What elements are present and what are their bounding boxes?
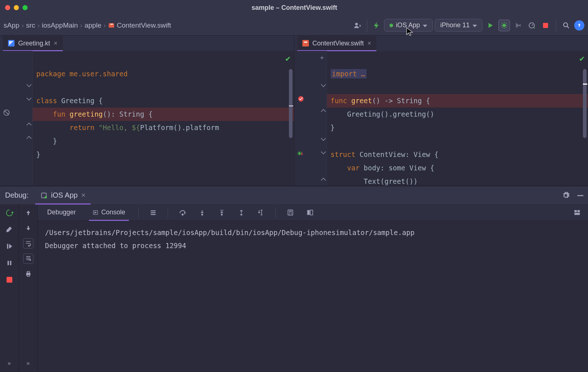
more-icon[interactable]: »: [4, 358, 15, 368]
fold-icon[interactable]: [26, 82, 32, 87]
minimize-panel-icon[interactable]: [576, 191, 584, 199]
fold-end-icon[interactable]: [320, 109, 326, 114]
up-stack-icon[interactable]: [23, 208, 33, 218]
fold-icon[interactable]: [320, 136, 326, 141]
run-config-select[interactable]: iOS App: [384, 19, 433, 32]
vcs-user-icon[interactable]: [352, 20, 363, 31]
pause-icon[interactable]: [4, 258, 15, 268]
stop-button[interactable]: [540, 20, 551, 31]
svg-point-25: [201, 214, 203, 215]
code-text: Greeting {: [57, 97, 103, 105]
maximize-window[interactable]: [23, 5, 28, 10]
build-icon[interactable]: [372, 20, 382, 31]
debug-button[interactable]: [498, 20, 510, 31]
override-icon[interactable]: I: [297, 150, 304, 157]
layout-icon[interactable]: [572, 207, 582, 218]
app-icon: [40, 192, 48, 199]
scrollbar[interactable]: [583, 69, 587, 138]
debugger-tab[interactable]: Debugger: [44, 204, 79, 221]
down-stack-icon[interactable]: [23, 223, 33, 233]
fold-end-icon[interactable]: [320, 178, 326, 183]
run-to-cursor-icon[interactable]: [256, 207, 266, 218]
close-icon[interactable]: ×: [367, 40, 371, 47]
fold-icon[interactable]: [320, 149, 326, 154]
debug-tab-iosapp[interactable]: iOS App ×: [35, 186, 91, 205]
scroll-end-icon[interactable]: [23, 254, 33, 264]
breakpoint-icon[interactable]: [297, 95, 305, 102]
code-fn: greeting: [65, 110, 103, 118]
more-icon[interactable]: »: [23, 358, 33, 368]
svg-rect-18: [27, 271, 29, 273]
code-fn: greet: [347, 97, 372, 105]
code-left: package me.user.shared class Greeting { …: [36, 54, 285, 161]
breakpoint-disabled-icon[interactable]: [3, 109, 10, 116]
run-config-label: iOS App: [396, 21, 420, 29]
evaluate-icon[interactable]: [285, 207, 295, 218]
editor-right[interactable]: I ✔ import … func greet() -> String { Gr…: [294, 51, 588, 186]
fold-end-icon[interactable]: [26, 122, 32, 128]
run-button[interactable]: [485, 20, 496, 31]
print-icon[interactable]: [23, 269, 33, 279]
scrollbar[interactable]: [289, 69, 293, 138]
soft-wrap-icon[interactable]: [23, 238, 33, 248]
step-into-icon[interactable]: [197, 207, 207, 218]
console-output[interactable]: /Users/jetbrains/Projects/sample/iosApp/…: [38, 221, 588, 372]
fold-icon[interactable]: [320, 82, 326, 87]
minimap-mark: [583, 84, 587, 85]
console-header: Debugger Console: [38, 204, 588, 221]
code-text: : some View {: [380, 164, 434, 172]
gutter-right[interactable]: I: [294, 51, 327, 186]
tab-contentview[interactable]: ContentView.swift ×: [297, 36, 376, 51]
code-kw: fun: [53, 110, 65, 118]
crumb-3[interactable]: apple: [85, 21, 102, 29]
svg-rect-15: [7, 261, 9, 265]
svg-point-33: [291, 213, 292, 214]
code-line: }: [36, 150, 40, 158]
chevron-down-icon: [423, 21, 427, 29]
force-step-into-icon[interactable]: [217, 207, 227, 218]
crumb-4-label: ContentView.swift: [117, 21, 171, 29]
stop-debug-icon[interactable]: [4, 275, 15, 285]
close-window[interactable]: [5, 5, 10, 10]
step-over-icon[interactable]: [177, 207, 188, 218]
modify-run-icon[interactable]: [4, 225, 15, 235]
crumb-1[interactable]: src: [26, 21, 35, 29]
tab-label: Greeting.kt: [18, 40, 50, 47]
svg-point-32: [289, 213, 290, 214]
resume-icon[interactable]: [4, 241, 15, 251]
coverage-button[interactable]: [512, 20, 524, 31]
rerun-icon[interactable]: [4, 208, 15, 218]
svg-rect-34: [307, 210, 310, 215]
gutter-left[interactable]: [0, 51, 33, 186]
code-right: import … func greet() -> String { Greeti…: [331, 54, 580, 186]
step-out-icon[interactable]: [236, 207, 246, 218]
code-text: : View {: [405, 150, 438, 158]
code-id: Platform().platform: [140, 124, 219, 132]
trace-icon[interactable]: [305, 207, 315, 218]
fold-icon[interactable]: [26, 96, 32, 101]
crumb-0[interactable]: sApp: [4, 21, 19, 29]
gear-icon[interactable]: [562, 191, 570, 199]
threads-icon[interactable]: [148, 207, 158, 218]
minimize-window[interactable]: [14, 5, 19, 10]
update-button[interactable]: [574, 20, 584, 31]
device-select[interactable]: iPhone 11: [435, 19, 482, 32]
close-icon[interactable]: ×: [81, 191, 86, 199]
code-line: import …: [331, 69, 367, 78]
expand-fold-icon[interactable]: [319, 55, 324, 60]
crumb-4[interactable]: ContentView.swift: [108, 21, 171, 29]
svg-rect-29: [289, 211, 292, 212]
titlebar: sample – ContentView.swift: [0, 0, 588, 15]
editor-left[interactable]: ✔ package me.user.shared class Greeting …: [0, 51, 294, 186]
crumb-2[interactable]: iosAppMain: [42, 21, 78, 29]
debug-tab-label: iOS App: [51, 191, 78, 199]
svg-rect-37: [577, 210, 580, 212]
debugger-tab-label: Debugger: [47, 209, 76, 216]
profiler-button[interactable]: [526, 20, 538, 31]
tab-greeting[interactable]: Greeting.kt ×: [3, 36, 63, 51]
search-button[interactable]: [560, 20, 572, 31]
fold-end-icon[interactable]: [26, 136, 32, 141]
tab-label: ContentView.swift: [313, 40, 364, 47]
close-icon[interactable]: ×: [54, 40, 58, 47]
console-tab[interactable]: Console: [89, 204, 129, 221]
